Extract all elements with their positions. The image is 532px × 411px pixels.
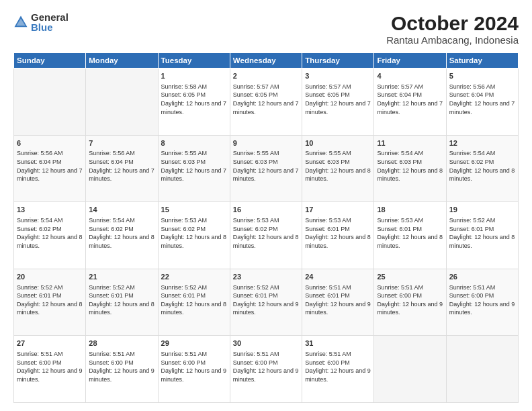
day-number: 5 — [449, 71, 515, 81]
day-info: Sunrise: 5:54 AM Sunset: 6:02 PM Dayligh… — [449, 149, 515, 183]
cell-w4-d4: 24Sunrise: 5:51 AM Sunset: 6:01 PM Dayli… — [302, 269, 374, 336]
week-row-1: 1Sunrise: 5:58 AM Sunset: 6:05 PM Daylig… — [14, 68, 519, 136]
day-info: Sunrise: 5:52 AM Sunset: 6:01 PM Dayligh… — [233, 283, 299, 317]
cell-w1-d4: 3Sunrise: 5:57 AM Sunset: 6:05 PM Daylig… — [302, 68, 374, 136]
day-number: 27 — [17, 338, 83, 349]
day-info: Sunrise: 5:52 AM Sunset: 6:01 PM Dayligh… — [449, 216, 515, 250]
cell-w4-d1: 21Sunrise: 5:52 AM Sunset: 6:01 PM Dayli… — [86, 269, 158, 336]
day-number: 9 — [233, 138, 299, 148]
day-number: 30 — [233, 338, 299, 349]
title-block: October 2024 Rantau Ambacang, Indonesia — [386, 12, 519, 46]
day-info: Sunrise: 5:53 AM Sunset: 6:02 PM Dayligh… — [233, 216, 299, 250]
day-number: 10 — [305, 138, 371, 148]
day-info: Sunrise: 5:54 AM Sunset: 6:02 PM Dayligh… — [89, 216, 154, 250]
cell-w3-d6: 19Sunrise: 5:52 AM Sunset: 6:01 PM Dayli… — [446, 202, 518, 269]
cell-w2-d5: 11Sunrise: 5:54 AM Sunset: 6:03 PM Dayli… — [374, 135, 446, 202]
day-number: 19 — [449, 205, 515, 215]
cell-w5-d5 — [374, 336, 446, 403]
page: General Blue October 2024 Rantau Ambacan… — [0, 0, 532, 411]
day-info: Sunrise: 5:53 AM Sunset: 6:02 PM Dayligh… — [161, 216, 227, 250]
cell-w2-d4: 10Sunrise: 5:55 AM Sunset: 6:03 PM Dayli… — [302, 135, 374, 202]
day-info: Sunrise: 5:58 AM Sunset: 6:05 PM Dayligh… — [161, 83, 227, 116]
day-number: 26 — [449, 272, 515, 282]
cell-w5-d4: 31Sunrise: 5:51 AM Sunset: 6:00 PM Dayli… — [302, 336, 374, 403]
day-number: 16 — [233, 205, 299, 215]
day-info: Sunrise: 5:53 AM Sunset: 6:01 PM Dayligh… — [305, 216, 371, 250]
cell-w4-d2: 22Sunrise: 5:52 AM Sunset: 6:01 PM Dayli… — [158, 269, 230, 336]
cell-w5-d0: 27Sunrise: 5:51 AM Sunset: 6:00 PM Dayli… — [14, 336, 86, 403]
day-number: 6 — [17, 138, 83, 148]
day-info: Sunrise: 5:51 AM Sunset: 6:00 PM Dayligh… — [449, 283, 515, 317]
day-info: Sunrise: 5:56 AM Sunset: 6:04 PM Dayligh… — [89, 149, 154, 183]
week-row-3: 13Sunrise: 5:54 AM Sunset: 6:02 PM Dayli… — [14, 202, 519, 269]
header-thursday: Thursday — [302, 53, 374, 68]
logo-blue: Blue — [31, 22, 69, 32]
day-info: Sunrise: 5:54 AM Sunset: 6:03 PM Dayligh… — [377, 149, 443, 183]
day-info: Sunrise: 5:51 AM Sunset: 6:00 PM Dayligh… — [89, 350, 154, 383]
cell-w2-d3: 9Sunrise: 5:55 AM Sunset: 6:03 PM Daylig… — [230, 135, 302, 202]
day-number: 1 — [161, 71, 227, 81]
cell-w3-d1: 14Sunrise: 5:54 AM Sunset: 6:02 PM Dayli… — [86, 202, 158, 269]
day-number: 7 — [89, 138, 154, 148]
logo-text: General Blue — [31, 12, 69, 32]
day-info: Sunrise: 5:56 AM Sunset: 6:04 PM Dayligh… — [17, 149, 83, 183]
cell-w4-d3: 23Sunrise: 5:52 AM Sunset: 6:01 PM Dayli… — [230, 269, 302, 336]
cell-w5-d6 — [446, 336, 518, 403]
day-number: 29 — [161, 338, 227, 349]
cell-w1-d5: 4Sunrise: 5:57 AM Sunset: 6:04 PM Daylig… — [374, 68, 446, 136]
cell-w4-d0: 20Sunrise: 5:52 AM Sunset: 6:01 PM Dayli… — [14, 269, 86, 336]
day-info: Sunrise: 5:51 AM Sunset: 6:00 PM Dayligh… — [161, 350, 227, 383]
day-number: 11 — [377, 138, 443, 148]
cell-w3-d0: 13Sunrise: 5:54 AM Sunset: 6:02 PM Dayli… — [14, 202, 86, 269]
cell-w1-d3: 2Sunrise: 5:57 AM Sunset: 6:05 PM Daylig… — [230, 68, 302, 136]
cell-w1-d6: 5Sunrise: 5:56 AM Sunset: 6:04 PM Daylig… — [446, 68, 518, 136]
day-info: Sunrise: 5:55 AM Sunset: 6:03 PM Dayligh… — [233, 149, 299, 183]
day-number: 15 — [161, 205, 227, 215]
day-number: 31 — [305, 338, 371, 349]
calendar-table: Sunday Monday Tuesday Wednesday Thursday… — [13, 52, 519, 403]
cell-w3-d3: 16Sunrise: 5:53 AM Sunset: 6:02 PM Dayli… — [230, 202, 302, 269]
cell-w2-d2: 8Sunrise: 5:55 AM Sunset: 6:03 PM Daylig… — [158, 135, 230, 202]
day-info: Sunrise: 5:51 AM Sunset: 6:00 PM Dayligh… — [377, 283, 443, 317]
calendar-title: October 2024 — [386, 12, 519, 34]
day-number: 12 — [449, 138, 515, 148]
cell-w3-d4: 17Sunrise: 5:53 AM Sunset: 6:01 PM Dayli… — [302, 202, 374, 269]
day-number: 3 — [305, 71, 371, 81]
day-info: Sunrise: 5:56 AM Sunset: 6:04 PM Dayligh… — [449, 83, 515, 116]
header-monday: Monday — [86, 53, 158, 68]
day-info: Sunrise: 5:51 AM Sunset: 6:00 PM Dayligh… — [233, 350, 299, 383]
header-sunday: Sunday — [14, 53, 86, 68]
day-info: Sunrise: 5:52 AM Sunset: 6:01 PM Dayligh… — [161, 283, 227, 317]
day-info: Sunrise: 5:53 AM Sunset: 6:01 PM Dayligh… — [377, 216, 443, 250]
day-number: 2 — [233, 71, 299, 81]
calendar-body: 1Sunrise: 5:58 AM Sunset: 6:05 PM Daylig… — [14, 68, 519, 403]
header-tuesday: Tuesday — [158, 53, 230, 68]
cell-w3-d2: 15Sunrise: 5:53 AM Sunset: 6:02 PM Dayli… — [158, 202, 230, 269]
day-number: 20 — [17, 272, 83, 282]
cell-w4-d5: 25Sunrise: 5:51 AM Sunset: 6:00 PM Dayli… — [374, 269, 446, 336]
day-number: 25 — [377, 272, 443, 282]
calendar-header: Sunday Monday Tuesday Wednesday Thursday… — [14, 53, 519, 68]
day-info: Sunrise: 5:51 AM Sunset: 6:00 PM Dayligh… — [305, 350, 371, 383]
day-number: 22 — [161, 272, 227, 282]
day-info: Sunrise: 5:54 AM Sunset: 6:02 PM Dayligh… — [17, 216, 83, 250]
logo-general: General — [31, 12, 69, 22]
logo: General Blue — [13, 12, 69, 32]
cell-w3-d5: 18Sunrise: 5:53 AM Sunset: 6:01 PM Dayli… — [374, 202, 446, 269]
cell-w5-d3: 30Sunrise: 5:51 AM Sunset: 6:00 PM Dayli… — [230, 336, 302, 403]
day-number: 21 — [89, 272, 154, 282]
cell-w2-d1: 7Sunrise: 5:56 AM Sunset: 6:04 PM Daylig… — [86, 135, 158, 202]
logo-icon — [13, 15, 28, 30]
cell-w1-d0 — [14, 68, 86, 136]
day-info: Sunrise: 5:55 AM Sunset: 6:03 PM Dayligh… — [305, 149, 371, 183]
week-row-5: 27Sunrise: 5:51 AM Sunset: 6:00 PM Dayli… — [14, 336, 519, 403]
day-info: Sunrise: 5:57 AM Sunset: 6:04 PM Dayligh… — [377, 83, 443, 116]
day-number: 4 — [377, 71, 443, 81]
day-info: Sunrise: 5:55 AM Sunset: 6:03 PM Dayligh… — [161, 149, 227, 183]
day-number: 14 — [89, 205, 154, 215]
week-row-2: 6Sunrise: 5:56 AM Sunset: 6:04 PM Daylig… — [14, 135, 519, 202]
day-info: Sunrise: 5:57 AM Sunset: 6:05 PM Dayligh… — [305, 83, 371, 116]
day-number: 17 — [305, 205, 371, 215]
calendar-subtitle: Rantau Ambacang, Indonesia — [386, 34, 519, 46]
cell-w5-d2: 29Sunrise: 5:51 AM Sunset: 6:00 PM Dayli… — [158, 336, 230, 403]
